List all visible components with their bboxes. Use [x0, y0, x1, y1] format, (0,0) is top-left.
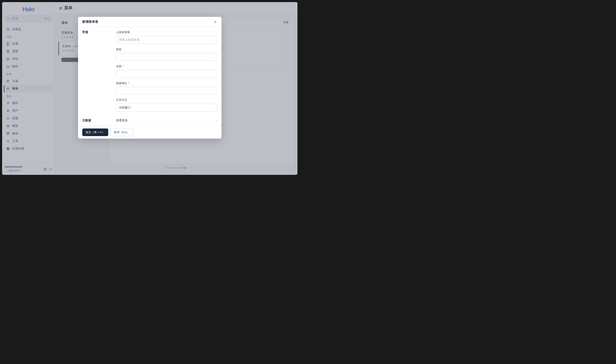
- type-select[interactable]: ⌄: [116, 53, 217, 61]
- url-label: 链接地址 *: [116, 81, 217, 85]
- section-general: 常规: [82, 30, 110, 112]
- chevron-down-icon: ⌄: [212, 106, 215, 109]
- section-meta: 元数据: [82, 119, 110, 122]
- name-input[interactable]: [116, 70, 217, 78]
- type-label: 类型: [116, 48, 217, 52]
- modal-overlay[interactable]: 新增菜单项 常规 上级菜单项 选择上级菜单项 ⌄: [2, 2, 297, 175]
- url-input[interactable]: [116, 87, 217, 94]
- name-label: 名称 *: [116, 65, 217, 68]
- modal-title: 新增菜单项: [82, 20, 98, 24]
- target-label: 打开方式: [116, 98, 217, 102]
- parent-select[interactable]: 选择上级菜单项 ⌄: [116, 36, 217, 44]
- meta-expand-button[interactable]: 查看更多 ›: [116, 119, 217, 122]
- target-select[interactable]: 当前窗口 ⌄: [116, 104, 217, 112]
- chevron-right-icon: ›: [216, 119, 217, 122]
- chevron-down-icon: ⌄: [212, 55, 215, 59]
- close-icon[interactable]: [213, 20, 217, 24]
- modal-new-menu-item: 新增菜单项 常规 上级菜单项 选择上级菜单项 ⌄: [78, 17, 222, 139]
- chevron-down-icon: ⌄: [212, 38, 215, 41]
- submit-button[interactable]: 提交（⌘ + ↵）: [82, 129, 108, 136]
- cancel-button[interactable]: 取消（Esc）: [110, 129, 133, 136]
- parent-label: 上级菜单项: [116, 30, 217, 34]
